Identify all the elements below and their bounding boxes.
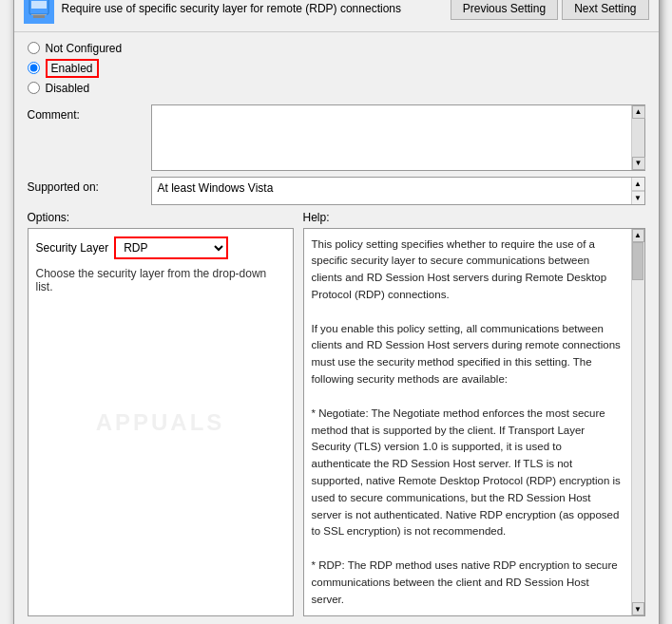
panels-wrapper: Security Layer RDP Negotiate SSL Choose … <box>28 228 645 617</box>
not-configured-option[interactable]: Not Configured <box>28 42 645 55</box>
next-setting-button[interactable]: Next Setting <box>562 0 648 20</box>
not-configured-radio[interactable] <box>28 42 40 54</box>
help-panel: This policy setting specifies whether to… <box>303 228 645 617</box>
options-description: Choose the security layer from the drop-… <box>36 267 285 293</box>
supported-box: At least Windows Vista ▲ ▼ <box>151 177 645 205</box>
not-configured-label: Not Configured <box>46 42 123 55</box>
svg-rect-7 <box>31 14 47 15</box>
help-scroll-track <box>632 242 644 603</box>
previous-setting-button[interactable]: Previous Setting <box>451 0 558 20</box>
header-title: Require use of specific security layer f… <box>62 2 401 15</box>
supported-scrollbar: ▲ ▼ <box>631 178 644 204</box>
help-scroll-down[interactable]: ▼ <box>632 602 644 615</box>
comment-area: ▲ ▼ <box>151 104 645 171</box>
radio-group: Not Configured Enabled Disabled <box>28 42 645 95</box>
disabled-label: Disabled <box>46 82 90 95</box>
enabled-radio[interactable] <box>28 62 40 74</box>
section-labels: Options: Help: <box>28 211 645 224</box>
help-scroll-up[interactable]: ▲ <box>632 229 644 242</box>
security-layer-select[interactable]: RDP Negotiate SSL <box>114 236 228 259</box>
header-buttons: Previous Setting Next Setting <box>451 0 649 20</box>
help-scrollbar: ▲ ▼ <box>631 229 644 616</box>
supported-value: At least Windows Vista <box>152 178 631 204</box>
comment-scroll-up[interactable]: ▲ <box>632 105 645 119</box>
disabled-option[interactable]: Disabled <box>28 82 645 95</box>
header-left: Require use of specific security layer f… <box>24 0 401 24</box>
disabled-radio[interactable] <box>28 82 40 94</box>
comment-content: ▲ ▼ <box>151 104 645 171</box>
svg-rect-5 <box>31 1 47 9</box>
enabled-box: Enabled <box>46 59 99 78</box>
supported-row: Supported on: At least Windows Vista ▲ ▼ <box>28 177 645 205</box>
security-layer-label: Security Layer <box>36 241 109 255</box>
comment-scroll-track <box>632 119 644 157</box>
options-label: Options: <box>28 211 294 224</box>
enabled-option[interactable]: Enabled <box>28 59 645 78</box>
comment-scrollbar: ▲ ▼ <box>631 105 644 170</box>
comment-textarea[interactable] <box>152 105 631 170</box>
comment-row: Comment: ▲ ▼ <box>28 104 645 171</box>
header-icon <box>24 0 54 24</box>
supported-content: At least Windows Vista ▲ ▼ <box>151 177 645 205</box>
help-scroll-thumb[interactable] <box>632 242 643 280</box>
comment-scroll-down[interactable]: ▼ <box>632 157 645 170</box>
enabled-label: Enabled <box>51 62 93 75</box>
main-content: Not Configured Enabled Disabled Comment: <box>14 32 659 624</box>
supported-label: Supported on: <box>28 177 151 194</box>
svg-rect-6 <box>33 15 45 18</box>
supported-scroll-down[interactable]: ▼ <box>632 191 644 204</box>
help-label: Help: <box>303 211 645 224</box>
comment-label: Comment: <box>28 104 151 122</box>
options-panel: Security Layer RDP Negotiate SSL Choose … <box>28 228 294 617</box>
supported-scroll-up[interactable]: ▲ <box>632 178 644 191</box>
main-window: Require use of specific security layer f… <box>13 0 660 624</box>
help-text: This policy setting specifies whether to… <box>304 229 631 616</box>
security-layer-row: Security Layer RDP Negotiate SSL <box>36 236 285 259</box>
header-bar: Require use of specific security layer f… <box>14 0 659 32</box>
watermark: APPUALS <box>96 409 225 436</box>
